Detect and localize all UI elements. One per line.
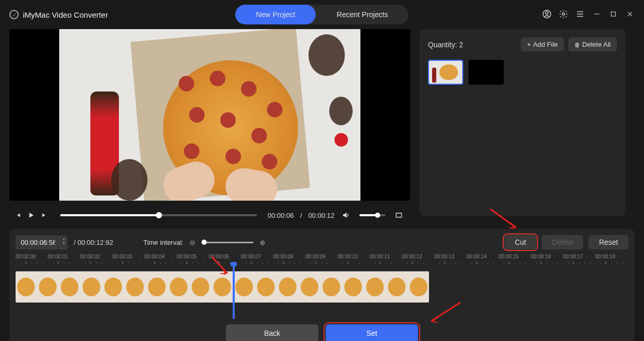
svg-point-1 — [545, 11, 548, 14]
filmstrip-frame — [168, 271, 190, 303]
back-button[interactable]: Back — [226, 324, 318, 341]
duration-full: / 00:00:12:92 — [74, 239, 113, 246]
filmstrip-frame — [37, 271, 59, 303]
clip-thumbnail-1[interactable] — [428, 60, 463, 85]
ruler-tick: 00:00:04 — [144, 254, 165, 259]
ruler-tick: 00:00:10 — [338, 254, 358, 259]
cut-button[interactable]: Cut — [504, 235, 536, 250]
project-tabs: New Project Recent Projects — [235, 5, 409, 24]
filmstrip-frame — [256, 271, 277, 303]
add-file-button[interactable]: + Add File — [521, 37, 564, 51]
tab-recent-projects[interactable]: Recent Projects — [316, 5, 409, 24]
reset-button[interactable]: Reset — [588, 235, 628, 250]
ruler-tick: 00:00:01 — [48, 254, 68, 259]
ruler-tick: 00:00:06 — [209, 254, 229, 259]
ruler-tick: 00:00:18 — [595, 254, 615, 259]
time-position-input[interactable]: ▲▼ — [16, 235, 68, 250]
clip-thumbnail-2[interactable] — [468, 60, 504, 85]
fullscreen-icon[interactable] — [394, 210, 404, 220]
svg-rect-10 — [396, 213, 402, 217]
filmstrip-frame — [81, 271, 103, 303]
ruler-tick: 00:00:09 — [305, 254, 326, 259]
ruler-tick: 00:00:08 — [273, 254, 293, 259]
filmstrip-frame — [212, 271, 234, 303]
set-button[interactable]: Set — [326, 324, 418, 341]
zoom-out-icon[interactable]: ⊖ — [190, 239, 195, 246]
delete-button[interactable]: Delete — [542, 235, 583, 250]
filmstrip-frame — [277, 271, 299, 303]
ruler-tick: 00:00:02 — [80, 254, 100, 259]
player-controls: 00:00:06 / 00:00:12 — [9, 205, 410, 226]
title-bar: ✓ iMyMac Video Converter New Project Rec… — [0, 0, 644, 29]
maximize-icon[interactable] — [609, 9, 618, 19]
play-icon[interactable] — [26, 210, 36, 220]
skip-forward-icon[interactable] — [39, 210, 50, 220]
window-controls — [542, 9, 635, 19]
svg-rect-7 — [611, 12, 615, 16]
ruler-tick: 00:00:16 — [531, 254, 551, 259]
time-separator: / — [300, 212, 302, 219]
delete-all-button[interactable]: 🗑 Delete All — [568, 37, 617, 51]
filmstrip-frame — [234, 271, 256, 303]
clip-panel: Quantity: 2 + Add File 🗑 Delete All — [420, 29, 625, 216]
close-icon[interactable] — [625, 9, 635, 19]
gear-icon[interactable] — [559, 9, 568, 19]
logo-icon: ✓ — [9, 10, 19, 19]
ruler-tick: 00:00:15 — [499, 254, 519, 259]
volume-icon[interactable] — [341, 210, 351, 220]
ruler-tick: 00:00:13 — [434, 254, 454, 259]
stepper-arrows-icon[interactable]: ▲▼ — [62, 237, 65, 245]
ruler-tick: 00:00:11 — [370, 254, 390, 259]
timeline-ruler[interactable]: 00:00:0000:00:0100:00:0200:00:0300:00:04… — [16, 254, 628, 267]
ruler-tick: 00:00:17 — [563, 254, 583, 259]
filmstrip-frame — [16, 271, 37, 303]
filmstrip-frame — [386, 271, 408, 303]
filmstrip-frame — [103, 271, 125, 303]
current-time: 00:00:06 — [267, 212, 294, 219]
ruler-tick: 00:00:07 — [241, 254, 261, 259]
filmstrip-frame — [146, 271, 168, 303]
skip-back-icon[interactable] — [12, 210, 23, 220]
account-icon[interactable] — [542, 9, 552, 19]
timeline-editor: ▲▼ / 00:00:12:92 Time interval: ⊖ ⊕ Cut … — [9, 229, 635, 341]
quantity-label: Quantity: 2 — [428, 41, 463, 49]
filmstrip-frame — [408, 271, 429, 303]
app-logo: ✓ iMyMac Video Converter — [9, 10, 108, 19]
time-interval-slider[interactable] — [202, 242, 253, 243]
duration: 00:00:12 — [308, 212, 334, 219]
playhead[interactable] — [233, 265, 235, 319]
filmstrip-frame — [365, 271, 386, 303]
ruler-tick: 00:00:00 — [16, 254, 36, 259]
ruler-tick: 00:00:05 — [177, 254, 197, 259]
video-frame-scene — [59, 29, 360, 201]
filmstrip-frame — [59, 271, 81, 303]
filmstrip-frame — [299, 271, 321, 303]
quantity-value: 2 — [459, 41, 463, 49]
filmstrip-frame — [343, 271, 365, 303]
volume-slider[interactable] — [359, 214, 385, 216]
app-title: iMyMac Video Converter — [23, 10, 108, 19]
ruler-tick: 00:00:03 — [112, 254, 132, 259]
seek-bar[interactable] — [60, 214, 257, 216]
filmstrip[interactable] — [16, 271, 628, 313]
ruler-tick: 00:00:12 — [402, 254, 422, 259]
filmstrip-frame — [321, 271, 343, 303]
time-interval-label: Time interval: — [143, 239, 184, 246]
plus-icon: + — [527, 41, 531, 48]
clip-thumbnails — [428, 60, 617, 85]
svg-point-2 — [562, 13, 565, 16]
zoom-in-icon[interactable]: ⊕ — [260, 239, 265, 246]
minimize-icon[interactable] — [592, 9, 601, 19]
ruler-tick: 00:00:14 — [466, 254, 487, 259]
delete-icon: 🗑 — [574, 42, 580, 48]
menu-icon[interactable] — [575, 9, 585, 19]
video-preview — [9, 29, 410, 201]
filmstrip-frame — [190, 271, 212, 303]
tab-new-project[interactable]: New Project — [235, 5, 316, 24]
filmstrip-frame — [125, 271, 146, 303]
